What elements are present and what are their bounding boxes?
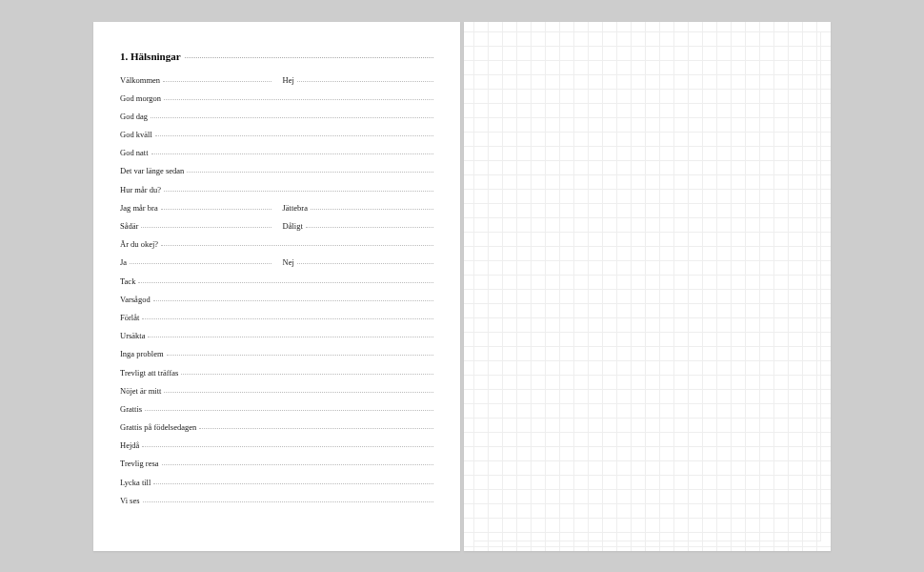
vocab-row: Inga problem xyxy=(120,349,433,358)
vocab-row: SådärDåligt xyxy=(120,221,433,231)
vocab-term: Inga problem xyxy=(120,349,167,358)
dotted-line xyxy=(130,263,271,264)
vocab-row: Hejdå xyxy=(120,440,433,450)
dotted-line xyxy=(161,209,271,210)
dotted-line xyxy=(164,99,433,100)
dotted-line xyxy=(167,355,433,356)
dotted-line xyxy=(142,318,433,319)
vocab-half-right: Dåligt xyxy=(277,221,434,231)
vocab-row: Ursäkta xyxy=(120,331,433,340)
book-spread: 1. Hälsningar VälkommenHejGod morgonGod … xyxy=(93,22,831,551)
vocab-term: Ja xyxy=(120,257,130,267)
vocab-term: God morgon xyxy=(120,93,164,103)
dotted-line xyxy=(148,337,433,337)
vocab-term: God dag xyxy=(120,112,151,121)
vocab-row: Grattis xyxy=(120,404,433,414)
dotted-line xyxy=(151,153,433,154)
dotted-line xyxy=(297,263,433,264)
dotted-line xyxy=(153,483,433,484)
dotted-line xyxy=(164,392,433,393)
dotted-line xyxy=(163,81,271,82)
dotted-line xyxy=(141,227,271,228)
vocab-row: God dag xyxy=(120,112,433,121)
vocab-row: VälkommenHej xyxy=(120,75,433,85)
vocab-half-left: Ja xyxy=(120,257,277,267)
vocab-term: Grattis xyxy=(120,404,145,414)
vocab-term: Trevlig resa xyxy=(120,459,162,468)
vocab-half-left: Sådär xyxy=(120,221,277,231)
vocab-term: God kväll xyxy=(120,130,155,139)
dotted-line xyxy=(187,172,433,173)
right-page-grid xyxy=(464,22,831,551)
dotted-line xyxy=(155,135,433,136)
vocab-row: God morgon xyxy=(120,93,433,103)
dotted-line xyxy=(138,282,433,283)
vocabulary-list: VälkommenHejGod morgonGod dagGod kvällGo… xyxy=(120,75,433,505)
vocab-row: Vi ses xyxy=(120,496,433,505)
vocab-term: Hejdå xyxy=(120,440,142,450)
dotted-line xyxy=(143,501,433,502)
vocab-row: Lycka till xyxy=(120,478,433,487)
left-page: 1. Hälsningar VälkommenHejGod morgonGod … xyxy=(93,22,460,551)
vocab-term: Tack xyxy=(120,276,138,286)
vocab-row: Tack xyxy=(120,276,433,286)
vocab-row: Hur mår du? xyxy=(120,185,433,194)
title-dotted-line xyxy=(185,57,433,58)
vocab-term: Det var länge sedan xyxy=(120,166,187,175)
vocab-half-right: Hej xyxy=(277,75,434,85)
vocab-term: Vi ses xyxy=(120,496,143,505)
vocab-row: JaNej xyxy=(120,257,433,267)
vocab-term: Är du okej? xyxy=(120,239,161,249)
vocab-term: Nej xyxy=(283,257,297,267)
vocab-term: Jag mår bra xyxy=(120,203,161,213)
vocab-term: Ursäkta xyxy=(120,331,148,340)
vocab-term: Varsågod xyxy=(120,295,153,304)
dotted-line xyxy=(306,227,433,228)
vocab-half-right: Jättebra xyxy=(277,203,434,213)
vocab-row: Det var länge sedan xyxy=(120,166,433,175)
vocab-term: Trevligt att träffas xyxy=(120,368,181,378)
vocab-row: Varsågod xyxy=(120,295,433,304)
vocab-term: Sådär xyxy=(120,221,141,231)
vocab-half-right: Nej xyxy=(277,257,434,267)
dotted-line xyxy=(311,209,433,210)
vocab-term: Hur mår du? xyxy=(120,185,164,194)
vocab-row: Är du okej? xyxy=(120,239,433,249)
vocab-row: Nöjet är mitt xyxy=(120,386,433,396)
vocab-term: Lycka till xyxy=(120,478,153,487)
grid-border xyxy=(473,31,821,541)
dotted-line xyxy=(142,446,433,447)
dotted-line xyxy=(145,410,433,411)
vocab-row: Förlåt xyxy=(120,313,433,322)
dotted-line xyxy=(181,374,433,375)
section-title-row: 1. Hälsningar xyxy=(120,51,433,62)
vocab-term: Jättebra xyxy=(283,203,311,213)
vocab-term: Förlåt xyxy=(120,313,142,322)
vocab-term: Dåligt xyxy=(283,221,306,231)
dotted-line xyxy=(199,428,433,429)
vocab-row: God natt xyxy=(120,148,433,157)
vocab-row: Grattis på födelsedagen xyxy=(120,422,433,432)
section-title: 1. Hälsningar xyxy=(120,51,185,62)
vocab-term: Välkommen xyxy=(120,75,163,85)
vocab-row: Jag mår braJättebra xyxy=(120,203,433,213)
vocab-term: Grattis på födelsedagen xyxy=(120,422,199,432)
vocab-term: Nöjet är mitt xyxy=(120,386,164,396)
dotted-line xyxy=(297,81,433,82)
dotted-line xyxy=(161,245,433,246)
vocab-row: Trevlig resa xyxy=(120,459,433,468)
dotted-line xyxy=(164,191,433,192)
dotted-line xyxy=(162,464,433,465)
vocab-half-left: Välkommen xyxy=(120,75,277,85)
vocab-term: Hej xyxy=(283,75,297,85)
dotted-line xyxy=(151,117,433,118)
vocab-term: God natt xyxy=(120,148,151,157)
vocab-row: Trevligt att träffas xyxy=(120,368,433,378)
dotted-line xyxy=(153,300,433,301)
vocab-half-left: Jag mår bra xyxy=(120,203,277,213)
vocab-row: God kväll xyxy=(120,130,433,139)
